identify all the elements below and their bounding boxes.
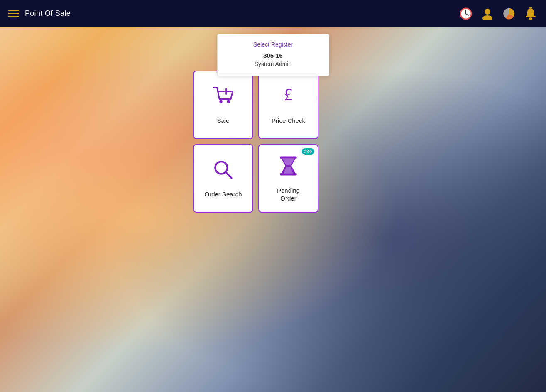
hamburger-icon[interactable] [8,10,19,17]
brand: Point Of Sale [8,9,71,18]
register-admin: System Admin [226,61,321,67]
navbar-icons [459,7,538,21]
navbar: Point Of Sale [0,0,546,27]
pound-icon: £ [277,85,300,111]
svg-point-7 [529,17,532,20]
search-icon [212,158,235,184]
bell-icon[interactable] [524,7,538,21]
register-popup[interactable]: Select Register 305-16 System Admin [217,34,329,76]
order-search-card[interactable]: Order Search [193,144,253,213]
svg-rect-6 [526,16,536,17]
price-check-card[interactable]: £ Price Check [258,71,318,139]
chart-icon[interactable] [502,7,516,21]
price-check-label: Price Check [272,117,305,125]
pending-order-badge: 240 [302,148,314,155]
cart-plus-icon [212,85,235,111]
hourglass-icon [277,154,300,181]
user-icon[interactable] [480,7,495,21]
menu-grid: Sale £ Price Check Order Search 240 [193,71,318,213]
pending-order-card[interactable]: 240 PendingOrder [258,144,318,213]
svg-line-15 [226,172,232,178]
svg-point-4 [482,15,492,20]
register-label: Select Register [226,41,321,48]
svg-point-9 [219,100,222,103]
clock-icon[interactable] [459,7,473,21]
pending-order-label: PendingOrder [277,186,300,203]
svg-point-10 [227,100,230,103]
order-search-label: Order Search [204,190,242,198]
svg-text:£: £ [284,85,293,105]
svg-point-3 [485,9,490,15]
register-id: 305-16 [226,52,321,59]
sale-card[interactable]: Sale [193,71,253,139]
brand-title: Point Of Sale [25,9,71,18]
sale-label: Sale [217,117,229,125]
